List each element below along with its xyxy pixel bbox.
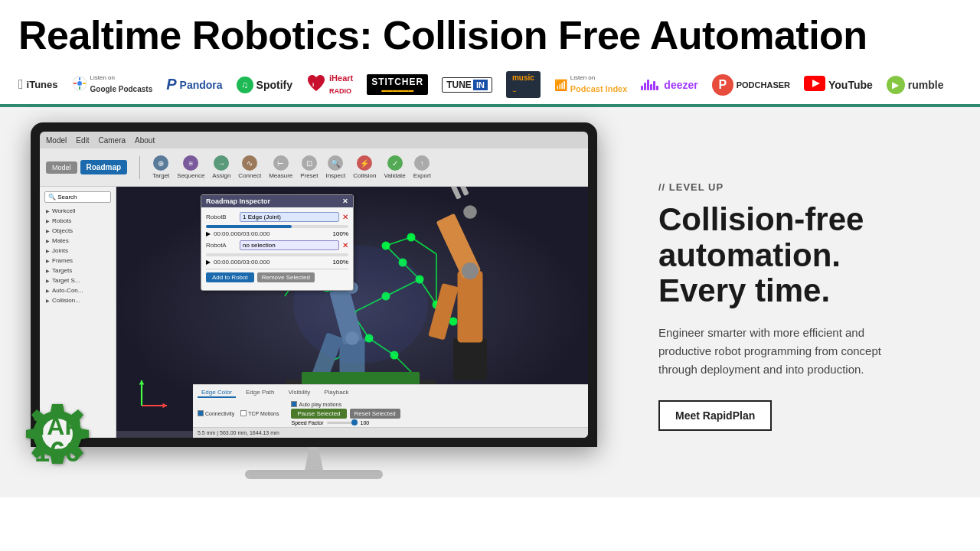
monitor-base xyxy=(245,470,383,479)
deezer-label: deezer xyxy=(664,79,697,91)
speed-slider[interactable] xyxy=(327,422,358,424)
time2-display: 00:00.000/03:00.000 xyxy=(214,259,270,266)
monitor-frame: Model Edit Camera About Model Roadmap xyxy=(31,122,597,447)
stitcher-sub: ▬▬▬▬▬▬ xyxy=(381,87,413,93)
deezer-bars-icon xyxy=(641,80,658,90)
headline-line1: Collision-free xyxy=(658,201,864,237)
platform-podcast-index[interactable]: 📶 Listen on Podcast Index xyxy=(554,74,628,95)
podcast-index-listen-label: Listen on xyxy=(570,74,628,81)
youtube-label: YouTube xyxy=(828,79,873,91)
toolbar-target[interactable]: ⊕ Target xyxy=(152,155,169,179)
tab-roadmap[interactable]: Roadmap xyxy=(80,160,128,174)
spotify-label: Spotify xyxy=(256,79,292,91)
stitcher-label: STITCHER xyxy=(371,77,423,87)
sidebar-joints[interactable]: Joints xyxy=(44,246,111,256)
toolbar-collision[interactable]: ⚡ Collision xyxy=(353,155,376,179)
tab-playback[interactable]: Playback xyxy=(320,388,352,398)
menu-about[interactable]: About xyxy=(135,136,155,145)
rumble-label: rumble xyxy=(908,79,944,91)
monitor-screen: Model Edit Camera About Model Roadmap xyxy=(40,132,588,438)
toolbar-connect[interactable]: ∿ Connect xyxy=(238,155,261,179)
itunes-label: iTunes xyxy=(27,79,58,90)
toolbar-preset[interactable]: ⊡ Preset xyxy=(300,155,318,179)
reset-selected-btn[interactable]: Reset Selected xyxy=(350,409,400,419)
inspector-close-icon[interactable]: ✕ xyxy=(342,197,348,205)
sidebar-objects[interactable]: Objects xyxy=(44,226,111,236)
level-up-tag: // LEVEL UP xyxy=(658,181,957,193)
toolbar-sequence[interactable]: ≡ Sequence xyxy=(177,155,204,179)
menu-model[interactable]: Model xyxy=(46,136,67,145)
platform-google-podcasts[interactable]: Listen on Google Podcasts xyxy=(72,75,153,95)
sidebar-robots[interactable]: Robots xyxy=(44,216,111,226)
progress-empty xyxy=(206,253,348,256)
sidebar-workcell[interactable]: Workcell xyxy=(44,206,111,216)
robot-a-select[interactable]: no selection xyxy=(240,240,339,250)
robot-b-clear-icon[interactable]: ✕ xyxy=(342,213,348,221)
pause-selected-btn[interactable]: Pause Selected xyxy=(291,409,346,419)
platform-podchaser[interactable]: P PODCHASER xyxy=(712,74,790,96)
toolbar-assign[interactable]: → Assign xyxy=(212,155,230,179)
google-podcasts-listen-label: Listen on xyxy=(90,75,153,81)
svg-rect-2 xyxy=(79,77,80,80)
platform-iheart[interactable]: i iHeart RADIO xyxy=(306,73,353,96)
connectivity-checkbox[interactable]: Connectivity xyxy=(198,410,234,416)
menu-edit[interactable]: Edit xyxy=(76,136,89,145)
action-buttons: Add to Robot Remove Selected xyxy=(206,272,348,282)
autoplay-check-icon xyxy=(291,401,297,407)
google-icon xyxy=(72,76,87,93)
tcp-check-icon xyxy=(240,410,247,416)
inspector-robot-b-row: RobotB 1 Edge (Joint) ✕ xyxy=(206,212,348,222)
podcast-index-wave-icon: 📶 xyxy=(554,79,567,91)
tab-edge-path[interactable]: Edge Path xyxy=(242,388,278,398)
play-icon[interactable]: ▶ xyxy=(206,230,211,237)
sidebar-frames[interactable]: Frames xyxy=(44,256,111,266)
meet-rapidplan-button[interactable]: Meet RapidPlan xyxy=(658,400,772,431)
robot-a-clear-icon[interactable]: ✕ xyxy=(342,241,348,249)
time-percent: 100% xyxy=(333,230,348,237)
svg-rect-3 xyxy=(79,86,80,90)
tcp-motions-checkbox[interactable]: TCP Motions xyxy=(240,410,279,416)
iheart-icon: i xyxy=(306,74,326,96)
platform-rumble[interactable]: ▶ rumble xyxy=(887,76,944,94)
toolbar-export[interactable]: ↑ Export xyxy=(413,155,431,179)
platform-itunes[interactable]:  iTunes xyxy=(18,77,58,93)
svg-rect-5 xyxy=(83,83,86,84)
sidebar-collision[interactable]: Collision... xyxy=(44,295,111,305)
toolbar-validate[interactable]: ✓ Validate xyxy=(384,155,405,179)
connectivity-check-icon xyxy=(198,410,204,416)
status-text: 5.5 mm | 563.00 mm, 1644.13 mm xyxy=(198,430,279,435)
tunein-in-label: IN xyxy=(473,80,488,90)
sidebar-search-input[interactable]: 🔍 Search xyxy=(44,191,111,203)
menu-camera[interactable]: Camera xyxy=(98,136,126,145)
tab-visibility[interactable]: Visibility xyxy=(284,388,314,398)
tab-edge-color[interactable]: Edge Color xyxy=(198,388,236,398)
platform-stitcher[interactable]: STITCHER ▬▬▬▬▬▬ xyxy=(367,74,428,95)
google-podcasts-label: Google Podcasts xyxy=(90,85,153,93)
autoplay-checkbox[interactable]: Auto play motions xyxy=(291,401,400,407)
platform-amazon-music[interactable]: music ⌣ xyxy=(506,71,541,98)
add-to-robot-btn[interactable]: Add to Robot xyxy=(206,272,254,282)
platform-tunein[interactable]: TUNE IN xyxy=(442,77,492,93)
bottom-tabs: Edge Color Edge Path Visibility Playback xyxy=(198,388,583,398)
sidebar-mates[interactable]: Mates xyxy=(44,236,111,246)
remove-selected-btn[interactable]: Remove Selected xyxy=(257,272,315,282)
play2-icon[interactable]: ▶ xyxy=(206,259,211,266)
platform-spotify[interactable]: ♫ Spotify xyxy=(237,77,292,93)
sidebar-targets[interactable]: Targets xyxy=(44,266,111,276)
sidebar-auto-con[interactable]: Auto-Con... xyxy=(44,285,111,295)
svg-point-51 xyxy=(462,262,479,279)
status-bar: 5.5 mm | 563.00 mm, 1644.13 mm xyxy=(193,427,588,438)
platform-deezer[interactable]: deezer xyxy=(641,79,697,91)
robot-a-progress xyxy=(206,253,348,256)
robot-b-input[interactable]: 1 Edge (Joint) xyxy=(240,212,339,222)
sidebar-target-s[interactable]: Target S... xyxy=(44,276,111,285)
tab-model[interactable]: Model xyxy=(46,161,77,174)
software-menubar: Model Edit Camera About xyxy=(40,132,588,148)
platform-pandora[interactable]: P Pandora xyxy=(166,76,222,93)
toolbar-measure[interactable]: ⊢ Measure xyxy=(269,155,292,179)
inspector-header: Roadmap Inspector ✕ xyxy=(201,195,353,207)
inspector-body: RobotB 1 Edge (Joint) ✕ ▶ xyxy=(201,207,353,290)
toolbar-inspect[interactable]: 🔍 Inspect xyxy=(325,155,345,179)
monitor-stand xyxy=(291,447,337,470)
platform-youtube[interactable]: YouTube xyxy=(804,76,873,94)
